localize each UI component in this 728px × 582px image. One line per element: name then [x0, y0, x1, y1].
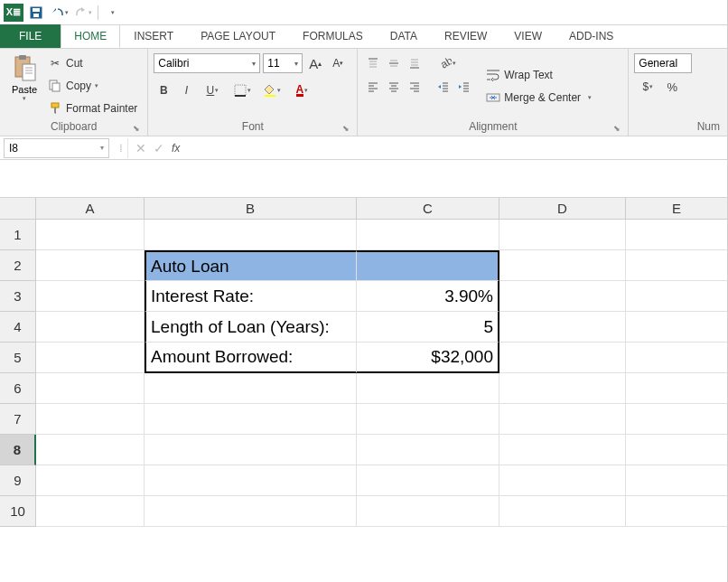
undo-button[interactable]: ▾ [49, 3, 70, 23]
alignment-launcher[interactable]: ⬊ [611, 123, 622, 134]
enter-formula-button[interactable]: ✓ [154, 141, 164, 155]
cell-e3[interactable] [626, 281, 728, 312]
font-launcher[interactable]: ⬊ [341, 123, 351, 134]
cell-b3[interactable]: Interest Rate: [145, 281, 357, 312]
col-header-c[interactable]: C [357, 198, 499, 220]
tab-home[interactable]: HOME [61, 24, 120, 48]
cell-c3[interactable]: 3.90% [357, 281, 499, 312]
cell-b8[interactable] [145, 435, 357, 465]
fill-color-button[interactable]: ▾ [258, 80, 285, 100]
align-top-button[interactable] [363, 53, 383, 73]
paste-button[interactable]: Paste ▾ [5, 52, 43, 120]
tab-formulas[interactable]: FORMULAS [289, 24, 377, 48]
redo-button[interactable]: ▾ [72, 3, 94, 23]
underline-button[interactable]: U▾ [199, 80, 226, 100]
cell-a2[interactable] [36, 250, 145, 281]
font-name-combo[interactable]: Calibri▾ [154, 53, 260, 73]
tab-page-layout[interactable]: PAGE LAYOUT [187, 24, 289, 48]
shrink-font-button[interactable]: A▾ [328, 53, 348, 73]
increase-indent-button[interactable] [454, 77, 474, 97]
cell-e5[interactable] [626, 343, 728, 373]
cell-e8[interactable] [626, 435, 728, 465]
number-format-combo[interactable]: General [634, 53, 692, 73]
cell-a7[interactable] [36, 404, 145, 435]
tab-data[interactable]: DATA [377, 24, 431, 48]
cell-b5[interactable]: Amount Borrowed: [145, 343, 357, 373]
orientation-button[interactable]: ab▾ [434, 53, 461, 73]
row-header-10[interactable]: 10 [0, 496, 36, 527]
align-center-button[interactable] [384, 77, 404, 97]
cell-e10[interactable] [626, 496, 728, 527]
bold-button[interactable]: B [154, 80, 173, 100]
cell-e9[interactable] [626, 465, 728, 496]
cell-a8[interactable] [36, 435, 145, 465]
align-right-button[interactable] [405, 77, 425, 97]
cell-d1[interactable] [499, 220, 626, 250]
align-middle-button[interactable] [384, 53, 404, 73]
cell-b9[interactable] [145, 465, 357, 496]
tab-addins[interactable]: ADD-INS [555, 24, 627, 48]
borders-button[interactable]: ▾ [229, 80, 256, 100]
cell-b2[interactable]: Auto Loan [145, 250, 357, 281]
cell-a1[interactable] [36, 220, 145, 250]
col-header-d[interactable]: D [499, 198, 626, 220]
row-header-9[interactable]: 9 [0, 465, 36, 496]
cell-a10[interactable] [36, 496, 145, 527]
cell-d4[interactable] [499, 312, 626, 343]
customize-qat-button[interactable]: ▾ [102, 3, 124, 23]
font-color-button[interactable]: A▾ [288, 80, 315, 100]
row-header-5[interactable]: 5 [0, 343, 36, 373]
cell-e2[interactable] [626, 250, 728, 281]
col-header-b[interactable]: B [145, 198, 357, 220]
cell-a5[interactable] [36, 343, 145, 373]
clipboard-launcher[interactable]: ⬊ [131, 123, 142, 134]
italic-button[interactable]: I [176, 80, 196, 100]
grow-font-button[interactable]: A▴ [305, 53, 325, 73]
name-box[interactable]: I8▾ [4, 138, 109, 158]
font-size-combo[interactable]: 11▾ [263, 53, 303, 73]
cell-c7[interactable] [357, 404, 499, 435]
cell-a9[interactable] [36, 465, 145, 496]
align-left-button[interactable] [363, 77, 383, 97]
col-header-e[interactable]: E [626, 198, 728, 220]
cell-b4[interactable]: Length of Loan (Years): [145, 312, 357, 343]
row-header-1[interactable]: 1 [0, 220, 36, 250]
cancel-formula-button[interactable]: ✕ [135, 141, 146, 155]
cell-d7[interactable] [499, 404, 626, 435]
cell-c10[interactable] [357, 496, 499, 527]
cell-c6[interactable] [357, 373, 499, 404]
formula-input[interactable] [187, 139, 727, 157]
cell-e7[interactable] [626, 404, 728, 435]
cell-e6[interactable] [626, 373, 728, 404]
cell-a4[interactable] [36, 312, 145, 343]
row-header-8[interactable]: 8 [0, 435, 36, 465]
cell-b10[interactable] [145, 496, 357, 527]
cell-d8[interactable] [499, 435, 626, 465]
cut-button[interactable]: ✂Cut [45, 53, 140, 73]
cell-c1[interactable] [357, 220, 499, 250]
cell-d3[interactable] [499, 281, 626, 312]
cell-d5[interactable] [499, 343, 626, 373]
tab-review[interactable]: REVIEW [431, 24, 500, 48]
cell-e4[interactable] [626, 312, 728, 343]
row-header-7[interactable]: 7 [0, 404, 36, 435]
cell-c8[interactable] [357, 435, 499, 465]
accounting-format-button[interactable]: $▾ [634, 77, 661, 97]
cell-d6[interactable] [499, 373, 626, 404]
fx-icon[interactable]: fx [172, 142, 180, 155]
cell-c5[interactable]: $32,000 [357, 343, 499, 373]
wrap-text-button[interactable]: Wrap Text [483, 65, 594, 85]
align-bottom-button[interactable] [405, 53, 425, 73]
tab-insert[interactable]: INSERT [120, 24, 187, 48]
cell-c2[interactable] [357, 250, 499, 281]
cell-c9[interactable] [357, 465, 499, 496]
cell-b1[interactable] [145, 220, 357, 250]
row-header-6[interactable]: 6 [0, 373, 36, 404]
merge-center-button[interactable]: Merge & Center▾ [483, 88, 594, 108]
col-header-a[interactable]: A [36, 198, 145, 220]
format-painter-button[interactable]: Format Painter [45, 99, 140, 118]
copy-button[interactable]: Copy▾ [45, 76, 140, 96]
cell-a3[interactable] [36, 281, 145, 312]
save-button[interactable] [25, 3, 47, 23]
cell-d10[interactable] [499, 496, 626, 527]
